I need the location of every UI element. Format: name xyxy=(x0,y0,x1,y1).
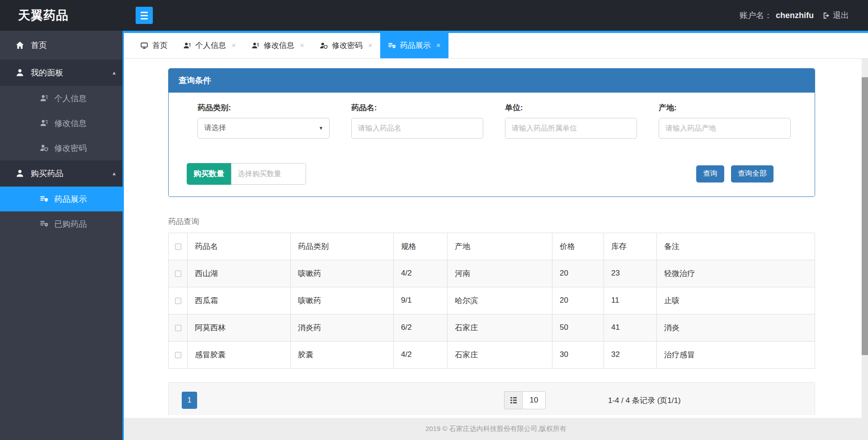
user-card-icon xyxy=(40,119,48,127)
cell-name: 阿莫西林 xyxy=(188,314,291,341)
col-origin: 产地 xyxy=(448,233,552,260)
cell-origin: 石家庄 xyxy=(448,341,552,368)
copyright-text: 2019 © 石家庄达内科技股份有限公司,版权所有 xyxy=(425,425,566,433)
medicine-table: 药品名 药品类别 规格 产地 价格 库存 备注 西山湖 xyxy=(168,233,815,369)
table-header-row: 药品名 药品类别 规格 产地 价格 库存 备注 xyxy=(169,233,815,260)
unit-input[interactable] xyxy=(505,118,637,139)
sidebar-section-buy-medicine[interactable]: 购买药品 ▲ xyxy=(0,160,123,187)
logout-button[interactable]: 退出 xyxy=(822,10,849,21)
cell-category: 消炎药 xyxy=(291,314,394,341)
list-shield-icon xyxy=(388,42,396,50)
cell-category: 胶囊 xyxy=(291,341,394,368)
field-label-unit: 单位: xyxy=(505,103,637,113)
table-row: 西山湖 咳嗽药 4/2 河南 20 23 轻微治疗 xyxy=(169,260,815,287)
row-checkbox[interactable] xyxy=(175,271,181,277)
cell-origin: 石家庄 xyxy=(448,314,552,341)
row-checkbox[interactable] xyxy=(175,298,181,304)
col-note: 备注 xyxy=(657,233,815,260)
cell-spec: 4/2 xyxy=(394,341,448,368)
cell-price: 50 xyxy=(552,314,604,341)
list-shield-icon xyxy=(40,220,48,228)
user-card-icon xyxy=(183,42,191,50)
sidebar-item-purchased-medicine[interactable]: 已购药品 xyxy=(0,211,123,236)
cell-category: 咳嗽药 xyxy=(291,287,394,314)
page-size-value: 10 xyxy=(522,391,546,409)
tab-personal-info[interactable]: 个人信息 × xyxy=(175,33,244,58)
cell-note: 消炎 xyxy=(657,314,815,341)
tabbar: 首页 个人信息 × 修改信息 × xyxy=(124,31,868,59)
scrollbar-thumb[interactable] xyxy=(862,77,868,355)
query-panel-title: 查询条件 xyxy=(169,69,815,93)
vertical-scrollbar[interactable] xyxy=(862,59,868,440)
table-caption: 药品查询 xyxy=(168,216,815,227)
cell-spec: 9/1 xyxy=(394,287,448,314)
tab-edit-info[interactable]: 修改信息 × xyxy=(244,33,312,58)
tab-home[interactable]: 首页 xyxy=(132,33,175,58)
field-label-name: 药品名: xyxy=(351,103,483,113)
cell-price: 20 xyxy=(552,260,604,287)
tab-close-icon[interactable]: × xyxy=(300,41,304,50)
account-name: chenzhifu xyxy=(776,11,814,20)
buy-quantity-button[interactable]: 购买数量 xyxy=(187,163,231,185)
cell-name: 西山湖 xyxy=(188,260,291,287)
tab-change-password[interactable]: 修改密码 × xyxy=(312,33,380,58)
user-lock-icon xyxy=(320,42,328,50)
cell-origin: 河南 xyxy=(448,260,552,287)
field-label-category: 药品类别: xyxy=(198,103,330,113)
row-checkbox[interactable] xyxy=(175,352,181,358)
pagination-bar: 1 10 1-4 / 4 条记录 (页1/1) xyxy=(168,382,815,415)
monitor-icon xyxy=(140,42,148,50)
table-row: 阿莫西林 消炎药 6/2 石家庄 50 41 消炎 xyxy=(169,314,815,341)
user-lock-icon xyxy=(40,144,48,152)
main-area: 首页 个人信息 × 修改信息 × xyxy=(123,31,868,440)
table-row: 感冒胶囊 胶囊 4/2 石家庄 30 32 治疗感冒 xyxy=(169,341,815,368)
hamburger-icon xyxy=(141,12,148,13)
cell-price: 30 xyxy=(552,341,604,368)
cell-spec: 4/2 xyxy=(394,260,448,287)
buy-quantity-input[interactable] xyxy=(231,163,306,185)
tab-close-icon[interactable]: × xyxy=(436,41,441,50)
select-all-checkbox[interactable] xyxy=(175,243,181,250)
account-label: 账户名： xyxy=(740,10,772,21)
user-card-icon xyxy=(40,94,48,103)
list-shield-icon xyxy=(40,195,48,203)
tab-content: 查询条件 药品类别: 请选择 ▼ 药品名: xyxy=(124,59,868,415)
category-select[interactable]: 请选择 ▼ xyxy=(198,118,330,139)
cell-price: 20 xyxy=(552,287,604,314)
table-row: 西瓜霜 咳嗽药 9/1 哈尔滨 20 11 止咳 xyxy=(169,287,815,314)
grid-icon xyxy=(510,397,517,404)
search-all-button[interactable]: 查询全部 xyxy=(731,165,774,183)
sidebar-item-medicine-display[interactable]: 药品展示 xyxy=(0,187,123,211)
page-1-button[interactable]: 1 xyxy=(182,392,197,409)
topbar: 天翼药品 账户名： chenzhifu 退出 xyxy=(0,0,868,31)
medicine-name-input[interactable] xyxy=(351,118,483,139)
cell-category: 咳嗽药 xyxy=(291,260,394,287)
tab-medicine-display[interactable]: 药品展示 × xyxy=(380,33,448,58)
sidebar-item-edit-info[interactable]: 修改信息 xyxy=(0,111,123,136)
page-size-widget[interactable]: 10 xyxy=(504,391,546,409)
cell-spec: 6/2 xyxy=(394,314,448,341)
sidebar-item-change-password[interactable]: 修改密码 xyxy=(0,136,123,160)
cell-stock: 41 xyxy=(604,314,657,341)
cell-name: 西瓜霜 xyxy=(188,287,291,314)
tab-close-icon[interactable]: × xyxy=(231,41,236,50)
col-stock: 库存 xyxy=(604,233,657,260)
select-caret-icon: ▼ xyxy=(319,126,323,131)
cell-stock: 23 xyxy=(604,260,657,287)
sidebar-toggle-button[interactable] xyxy=(136,7,153,24)
sidebar-section-my-panel[interactable]: 我的面板 ▲ xyxy=(0,60,123,86)
row-checkbox[interactable] xyxy=(175,325,181,331)
query-panel: 查询条件 药品类别: 请选择 ▼ 药品名: xyxy=(168,68,815,197)
sidebar: 首页 我的面板 ▲ 个人信息 修改信息 xyxy=(0,31,123,440)
origin-input[interactable] xyxy=(659,118,791,139)
tab-close-icon[interactable]: × xyxy=(368,41,373,50)
footer: 2019 © 石家庄达内科技股份有限公司,版权所有 xyxy=(124,418,868,440)
search-button[interactable]: 查询 xyxy=(696,165,724,183)
account-area: 账户名： chenzhifu 退出 xyxy=(740,10,849,21)
sidebar-item-personal-info[interactable]: 个人信息 xyxy=(0,86,123,111)
cell-note: 轻微治疗 xyxy=(657,260,815,287)
sidebar-item-home[interactable]: 首页 xyxy=(0,31,123,60)
cell-note: 治疗感冒 xyxy=(657,341,815,368)
col-name: 药品名 xyxy=(188,233,291,260)
cell-stock: 32 xyxy=(604,341,657,368)
